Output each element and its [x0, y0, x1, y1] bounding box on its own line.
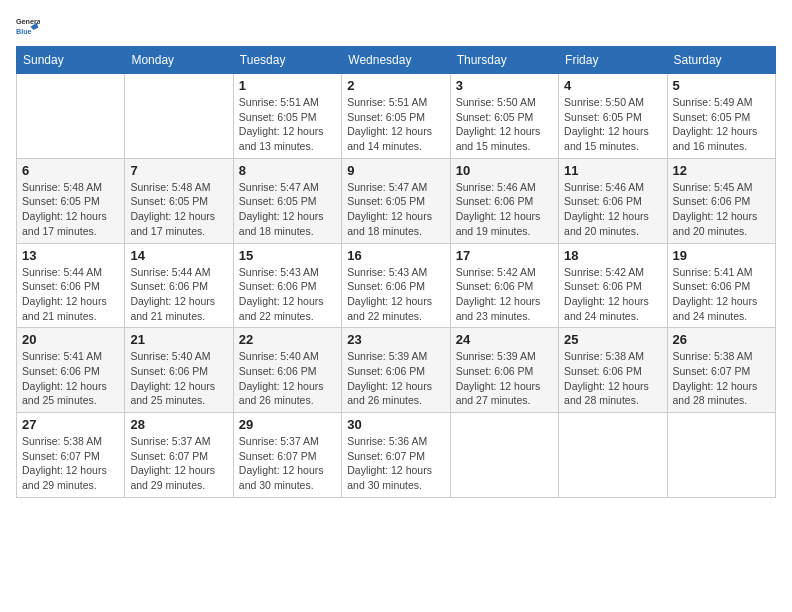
- day-number: 4: [564, 78, 661, 93]
- calendar-cell: 16Sunrise: 5:43 AM Sunset: 6:06 PM Dayli…: [342, 243, 450, 328]
- day-number: 10: [456, 163, 553, 178]
- calendar-cell: [17, 74, 125, 159]
- week-row-4: 27Sunrise: 5:38 AM Sunset: 6:07 PM Dayli…: [17, 413, 776, 498]
- day-info: Sunrise: 5:46 AM Sunset: 6:06 PM Dayligh…: [564, 180, 661, 239]
- week-row-0: 1Sunrise: 5:51 AM Sunset: 6:05 PM Daylig…: [17, 74, 776, 159]
- calendar-cell: 13Sunrise: 5:44 AM Sunset: 6:06 PM Dayli…: [17, 243, 125, 328]
- calendar-cell: 15Sunrise: 5:43 AM Sunset: 6:06 PM Dayli…: [233, 243, 341, 328]
- day-number: 7: [130, 163, 227, 178]
- calendar-cell: 25Sunrise: 5:38 AM Sunset: 6:06 PM Dayli…: [559, 328, 667, 413]
- calendar-cell: 17Sunrise: 5:42 AM Sunset: 6:06 PM Dayli…: [450, 243, 558, 328]
- day-info: Sunrise: 5:41 AM Sunset: 6:06 PM Dayligh…: [673, 265, 770, 324]
- day-number: 29: [239, 417, 336, 432]
- calendar-cell: 11Sunrise: 5:46 AM Sunset: 6:06 PM Dayli…: [559, 158, 667, 243]
- day-info: Sunrise: 5:39 AM Sunset: 6:06 PM Dayligh…: [347, 349, 444, 408]
- calendar-cell: 10Sunrise: 5:46 AM Sunset: 6:06 PM Dayli…: [450, 158, 558, 243]
- day-number: 30: [347, 417, 444, 432]
- day-info: Sunrise: 5:48 AM Sunset: 6:05 PM Dayligh…: [22, 180, 119, 239]
- calendar-cell: [450, 413, 558, 498]
- calendar-cell: 22Sunrise: 5:40 AM Sunset: 6:06 PM Dayli…: [233, 328, 341, 413]
- calendar-cell: [559, 413, 667, 498]
- day-number: 16: [347, 248, 444, 263]
- weekday-header-row: SundayMondayTuesdayWednesdayThursdayFrid…: [17, 47, 776, 74]
- weekday-header-wednesday: Wednesday: [342, 47, 450, 74]
- calendar-cell: 5Sunrise: 5:49 AM Sunset: 6:05 PM Daylig…: [667, 74, 775, 159]
- day-number: 14: [130, 248, 227, 263]
- day-number: 2: [347, 78, 444, 93]
- day-info: Sunrise: 5:37 AM Sunset: 6:07 PM Dayligh…: [130, 434, 227, 493]
- day-info: Sunrise: 5:41 AM Sunset: 6:06 PM Dayligh…: [22, 349, 119, 408]
- day-info: Sunrise: 5:43 AM Sunset: 6:06 PM Dayligh…: [239, 265, 336, 324]
- calendar-cell: 29Sunrise: 5:37 AM Sunset: 6:07 PM Dayli…: [233, 413, 341, 498]
- day-info: Sunrise: 5:49 AM Sunset: 6:05 PM Dayligh…: [673, 95, 770, 154]
- calendar-cell: 28Sunrise: 5:37 AM Sunset: 6:07 PM Dayli…: [125, 413, 233, 498]
- day-number: 17: [456, 248, 553, 263]
- day-info: Sunrise: 5:44 AM Sunset: 6:06 PM Dayligh…: [22, 265, 119, 324]
- calendar-cell: 4Sunrise: 5:50 AM Sunset: 6:05 PM Daylig…: [559, 74, 667, 159]
- day-info: Sunrise: 5:37 AM Sunset: 6:07 PM Dayligh…: [239, 434, 336, 493]
- weekday-header-saturday: Saturday: [667, 47, 775, 74]
- calendar-cell: 30Sunrise: 5:36 AM Sunset: 6:07 PM Dayli…: [342, 413, 450, 498]
- day-info: Sunrise: 5:38 AM Sunset: 6:07 PM Dayligh…: [673, 349, 770, 408]
- calendar-cell: 14Sunrise: 5:44 AM Sunset: 6:06 PM Dayli…: [125, 243, 233, 328]
- day-number: 11: [564, 163, 661, 178]
- calendar-cell: 19Sunrise: 5:41 AM Sunset: 6:06 PM Dayli…: [667, 243, 775, 328]
- day-info: Sunrise: 5:40 AM Sunset: 6:06 PM Dayligh…: [239, 349, 336, 408]
- day-number: 13: [22, 248, 119, 263]
- calendar-cell: 26Sunrise: 5:38 AM Sunset: 6:07 PM Dayli…: [667, 328, 775, 413]
- logo: General Blue: [16, 16, 44, 36]
- weekday-header-thursday: Thursday: [450, 47, 558, 74]
- day-info: Sunrise: 5:47 AM Sunset: 6:05 PM Dayligh…: [347, 180, 444, 239]
- day-number: 26: [673, 332, 770, 347]
- week-row-2: 13Sunrise: 5:44 AM Sunset: 6:06 PM Dayli…: [17, 243, 776, 328]
- calendar-cell: 27Sunrise: 5:38 AM Sunset: 6:07 PM Dayli…: [17, 413, 125, 498]
- day-info: Sunrise: 5:50 AM Sunset: 6:05 PM Dayligh…: [456, 95, 553, 154]
- day-number: 3: [456, 78, 553, 93]
- day-number: 18: [564, 248, 661, 263]
- day-info: Sunrise: 5:45 AM Sunset: 6:06 PM Dayligh…: [673, 180, 770, 239]
- calendar-cell: 12Sunrise: 5:45 AM Sunset: 6:06 PM Dayli…: [667, 158, 775, 243]
- week-row-3: 20Sunrise: 5:41 AM Sunset: 6:06 PM Dayli…: [17, 328, 776, 413]
- calendar-cell: 21Sunrise: 5:40 AM Sunset: 6:06 PM Dayli…: [125, 328, 233, 413]
- day-number: 21: [130, 332, 227, 347]
- day-info: Sunrise: 5:42 AM Sunset: 6:06 PM Dayligh…: [456, 265, 553, 324]
- calendar-cell: [667, 413, 775, 498]
- weekday-header-monday: Monday: [125, 47, 233, 74]
- calendar-cell: 20Sunrise: 5:41 AM Sunset: 6:06 PM Dayli…: [17, 328, 125, 413]
- calendar-cell: 24Sunrise: 5:39 AM Sunset: 6:06 PM Dayli…: [450, 328, 558, 413]
- day-info: Sunrise: 5:42 AM Sunset: 6:06 PM Dayligh…: [564, 265, 661, 324]
- logo-icon: General Blue: [16, 16, 40, 36]
- calendar-cell: 9Sunrise: 5:47 AM Sunset: 6:05 PM Daylig…: [342, 158, 450, 243]
- day-info: Sunrise: 5:38 AM Sunset: 6:06 PM Dayligh…: [564, 349, 661, 408]
- day-info: Sunrise: 5:50 AM Sunset: 6:05 PM Dayligh…: [564, 95, 661, 154]
- calendar-cell: 3Sunrise: 5:50 AM Sunset: 6:05 PM Daylig…: [450, 74, 558, 159]
- day-number: 20: [22, 332, 119, 347]
- calendar-cell: 18Sunrise: 5:42 AM Sunset: 6:06 PM Dayli…: [559, 243, 667, 328]
- day-number: 27: [22, 417, 119, 432]
- calendar-cell: 23Sunrise: 5:39 AM Sunset: 6:06 PM Dayli…: [342, 328, 450, 413]
- day-number: 28: [130, 417, 227, 432]
- day-number: 15: [239, 248, 336, 263]
- day-number: 9: [347, 163, 444, 178]
- day-number: 22: [239, 332, 336, 347]
- calendar-cell: [125, 74, 233, 159]
- weekday-header-tuesday: Tuesday: [233, 47, 341, 74]
- day-number: 24: [456, 332, 553, 347]
- day-number: 5: [673, 78, 770, 93]
- day-number: 8: [239, 163, 336, 178]
- svg-text:Blue: Blue: [16, 27, 32, 36]
- calendar-cell: 7Sunrise: 5:48 AM Sunset: 6:05 PM Daylig…: [125, 158, 233, 243]
- day-info: Sunrise: 5:48 AM Sunset: 6:05 PM Dayligh…: [130, 180, 227, 239]
- week-row-1: 6Sunrise: 5:48 AM Sunset: 6:05 PM Daylig…: [17, 158, 776, 243]
- day-info: Sunrise: 5:51 AM Sunset: 6:05 PM Dayligh…: [347, 95, 444, 154]
- weekday-header-sunday: Sunday: [17, 47, 125, 74]
- day-number: 1: [239, 78, 336, 93]
- day-info: Sunrise: 5:47 AM Sunset: 6:05 PM Dayligh…: [239, 180, 336, 239]
- day-number: 19: [673, 248, 770, 263]
- day-info: Sunrise: 5:40 AM Sunset: 6:06 PM Dayligh…: [130, 349, 227, 408]
- day-info: Sunrise: 5:38 AM Sunset: 6:07 PM Dayligh…: [22, 434, 119, 493]
- calendar-cell: 2Sunrise: 5:51 AM Sunset: 6:05 PM Daylig…: [342, 74, 450, 159]
- day-info: Sunrise: 5:43 AM Sunset: 6:06 PM Dayligh…: [347, 265, 444, 324]
- weekday-header-friday: Friday: [559, 47, 667, 74]
- day-info: Sunrise: 5:44 AM Sunset: 6:06 PM Dayligh…: [130, 265, 227, 324]
